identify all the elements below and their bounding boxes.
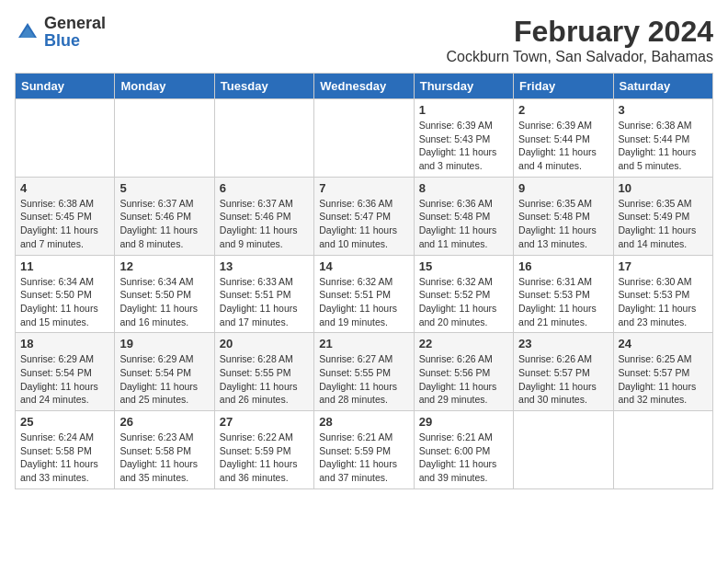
subtitle: Cockburn Town, San Salvador, Bahamas — [446, 49, 713, 65]
day-number: 25 — [20, 415, 109, 429]
calendar-cell: 22Sunrise: 6:26 AM Sunset: 5:56 PM Dayli… — [414, 333, 513, 411]
day-number: 13 — [220, 259, 309, 273]
calendar-cell: 3Sunrise: 6:38 AM Sunset: 5:44 PM Daylig… — [613, 99, 712, 178]
day-info: Sunrise: 6:39 AM Sunset: 5:43 PM Dayligh… — [419, 119, 508, 173]
day-number: 14 — [319, 259, 408, 273]
calendar-cell: 10Sunrise: 6:35 AM Sunset: 5:49 PM Dayli… — [613, 177, 712, 255]
day-info: Sunrise: 6:35 AM Sunset: 5:48 PM Dayligh… — [518, 197, 608, 251]
calendar-week-row: 4Sunrise: 6:38 AM Sunset: 5:45 PM Daylig… — [16, 177, 713, 255]
calendar-cell: 6Sunrise: 6:37 AM Sunset: 5:46 PM Daylig… — [214, 177, 313, 255]
day-number: 21 — [319, 337, 408, 350]
day-info: Sunrise: 6:36 AM Sunset: 5:47 PM Dayligh… — [319, 197, 408, 251]
day-number: 28 — [319, 415, 408, 429]
day-number: 1 — [419, 103, 508, 117]
calendar-cell — [16, 99, 115, 178]
day-number: 19 — [119, 337, 209, 350]
calendar-cell: 24Sunrise: 6:25 AM Sunset: 5:57 PM Dayli… — [613, 333, 712, 411]
calendar-cell — [214, 99, 313, 178]
calendar-cell: 29Sunrise: 6:21 AM Sunset: 6:00 PM Dayli… — [414, 411, 513, 489]
title-area: February 2024 Cockburn Town, San Salvado… — [446, 15, 713, 65]
day-number: 10 — [619, 181, 708, 195]
calendar-cell: 2Sunrise: 6:39 AM Sunset: 5:44 PM Daylig… — [514, 99, 613, 178]
day-info: Sunrise: 6:24 AM Sunset: 5:58 PM Dayligh… — [20, 431, 109, 485]
calendar-cell: 14Sunrise: 6:32 AM Sunset: 5:51 PM Dayli… — [314, 255, 414, 333]
logo: General Blue — [15, 15, 106, 50]
calendar-cell: 26Sunrise: 6:23 AM Sunset: 5:58 PM Dayli… — [115, 411, 214, 489]
day-info: Sunrise: 6:37 AM Sunset: 5:46 PM Dayligh… — [220, 197, 309, 251]
day-info: Sunrise: 6:28 AM Sunset: 5:55 PM Dayligh… — [220, 352, 309, 407]
calendar-cell: 13Sunrise: 6:33 AM Sunset: 5:51 PM Dayli… — [214, 255, 313, 333]
day-number: 23 — [518, 337, 608, 350]
day-number: 15 — [419, 259, 508, 273]
day-info: Sunrise: 6:29 AM Sunset: 5:54 PM Dayligh… — [119, 352, 209, 407]
day-number: 24 — [619, 337, 708, 350]
calendar-cell — [613, 411, 712, 489]
day-number: 4 — [20, 181, 109, 195]
calendar-header-row: SundayMondayTuesdayWednesdayThursdayFrid… — [16, 74, 713, 99]
calendar-week-row: 25Sunrise: 6:24 AM Sunset: 5:58 PM Dayli… — [16, 411, 713, 489]
day-info: Sunrise: 6:37 AM Sunset: 5:46 PM Dayligh… — [119, 197, 209, 251]
day-number: 20 — [220, 337, 309, 350]
logo-icon — [15, 19, 40, 45]
day-info: Sunrise: 6:34 AM Sunset: 5:50 PM Dayligh… — [20, 275, 109, 329]
day-info: Sunrise: 6:30 AM Sunset: 5:53 PM Dayligh… — [619, 275, 708, 329]
day-number: 27 — [220, 415, 309, 429]
day-info: Sunrise: 6:27 AM Sunset: 5:55 PM Dayligh… — [319, 352, 408, 407]
day-info: Sunrise: 6:21 AM Sunset: 6:00 PM Dayligh… — [419, 431, 508, 485]
day-number: 6 — [220, 181, 309, 195]
calendar-cell: 19Sunrise: 6:29 AM Sunset: 5:54 PM Dayli… — [115, 333, 214, 411]
day-number: 9 — [518, 181, 608, 195]
calendar-cell: 16Sunrise: 6:31 AM Sunset: 5:53 PM Dayli… — [514, 255, 613, 333]
day-info: Sunrise: 6:26 AM Sunset: 5:56 PM Dayligh… — [419, 352, 508, 407]
day-header-sunday: Sunday — [16, 74, 115, 99]
day-number: 12 — [119, 259, 209, 273]
calendar-week-row: 11Sunrise: 6:34 AM Sunset: 5:50 PM Dayli… — [16, 255, 713, 333]
calendar-cell: 11Sunrise: 6:34 AM Sunset: 5:50 PM Dayli… — [16, 255, 115, 333]
calendar-cell: 20Sunrise: 6:28 AM Sunset: 5:55 PM Dayli… — [214, 333, 313, 411]
day-number: 3 — [619, 103, 708, 117]
day-header-wednesday: Wednesday — [314, 74, 414, 99]
logo-blue: Blue — [44, 31, 80, 50]
calendar-cell: 23Sunrise: 6:26 AM Sunset: 5:57 PM Dayli… — [514, 333, 613, 411]
day-header-thursday: Thursday — [414, 74, 513, 99]
day-info: Sunrise: 6:34 AM Sunset: 5:50 PM Dayligh… — [119, 275, 209, 329]
day-info: Sunrise: 6:38 AM Sunset: 5:45 PM Dayligh… — [20, 197, 109, 251]
calendar-table: SundayMondayTuesdayWednesdayThursdayFrid… — [15, 73, 713, 489]
calendar-cell: 15Sunrise: 6:32 AM Sunset: 5:52 PM Dayli… — [414, 255, 513, 333]
day-number: 17 — [619, 259, 708, 273]
day-header-friday: Friday — [514, 74, 613, 99]
calendar-cell: 25Sunrise: 6:24 AM Sunset: 5:58 PM Dayli… — [16, 411, 115, 489]
day-info: Sunrise: 6:21 AM Sunset: 5:59 PM Dayligh… — [319, 431, 408, 485]
page-header: General Blue February 2024 Cockburn Town… — [15, 15, 713, 65]
logo-general: General — [44, 14, 106, 32]
day-number: 11 — [20, 259, 109, 273]
day-header-tuesday: Tuesday — [214, 74, 313, 99]
day-info: Sunrise: 6:35 AM Sunset: 5:49 PM Dayligh… — [619, 197, 708, 251]
calendar-cell: 28Sunrise: 6:21 AM Sunset: 5:59 PM Dayli… — [314, 411, 414, 489]
day-info: Sunrise: 6:22 AM Sunset: 5:59 PM Dayligh… — [220, 431, 309, 485]
main-title: February 2024 — [446, 15, 713, 49]
calendar-cell: 17Sunrise: 6:30 AM Sunset: 5:53 PM Dayli… — [613, 255, 712, 333]
calendar-week-row: 1Sunrise: 6:39 AM Sunset: 5:43 PM Daylig… — [16, 99, 713, 178]
calendar-cell: 7Sunrise: 6:36 AM Sunset: 5:47 PM Daylig… — [314, 177, 414, 255]
day-number: 26 — [119, 415, 209, 429]
calendar-week-row: 18Sunrise: 6:29 AM Sunset: 5:54 PM Dayli… — [16, 333, 713, 411]
day-info: Sunrise: 6:39 AM Sunset: 5:44 PM Dayligh… — [518, 119, 608, 173]
day-info: Sunrise: 6:25 AM Sunset: 5:57 PM Dayligh… — [619, 352, 708, 407]
calendar-cell: 1Sunrise: 6:39 AM Sunset: 5:43 PM Daylig… — [414, 99, 513, 178]
calendar-cell — [314, 99, 414, 178]
day-number: 18 — [20, 337, 109, 350]
calendar-cell — [514, 411, 613, 489]
day-info: Sunrise: 6:32 AM Sunset: 5:52 PM Dayligh… — [419, 275, 508, 329]
day-header-saturday: Saturday — [613, 74, 712, 99]
calendar-cell: 18Sunrise: 6:29 AM Sunset: 5:54 PM Dayli… — [16, 333, 115, 411]
day-number: 22 — [419, 337, 508, 350]
day-number: 29 — [419, 415, 508, 429]
day-info: Sunrise: 6:29 AM Sunset: 5:54 PM Dayligh… — [20, 352, 109, 407]
day-header-monday: Monday — [115, 74, 214, 99]
calendar-cell: 8Sunrise: 6:36 AM Sunset: 5:48 PM Daylig… — [414, 177, 513, 255]
calendar-cell: 5Sunrise: 6:37 AM Sunset: 5:46 PM Daylig… — [115, 177, 214, 255]
day-number: 16 — [518, 259, 608, 273]
day-info: Sunrise: 6:32 AM Sunset: 5:51 PM Dayligh… — [319, 275, 408, 329]
calendar-cell: 12Sunrise: 6:34 AM Sunset: 5:50 PM Dayli… — [115, 255, 214, 333]
